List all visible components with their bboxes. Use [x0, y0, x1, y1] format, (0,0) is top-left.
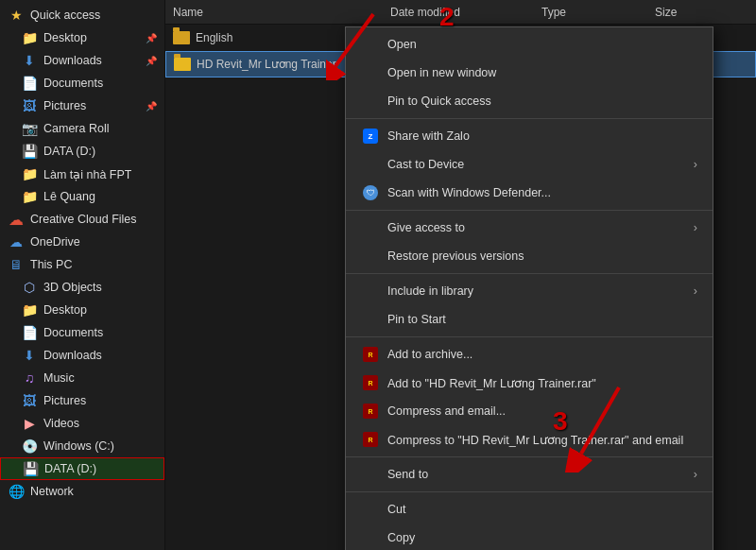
ctx-separator-5 [346, 456, 713, 457]
ctx-open-label: Open [387, 38, 417, 51]
ctx-restore-versions-label: Restore previous versions [387, 249, 524, 263]
winrar-icon2: R [361, 373, 380, 392]
sidebar-item-data-d[interactable]: 💾 DATA (D:) [0, 140, 164, 163]
pc-icon: 🖥 [8, 256, 25, 273]
ctx-give-access[interactable]: Give access to › [346, 214, 713, 242]
cast-icon [361, 155, 380, 174]
star-icon: ★ [8, 7, 25, 24]
sidebar-pictures2-label: Pictures [43, 394, 86, 407]
sidebar-item-documents2[interactable]: 📄 Documents [0, 321, 164, 344]
sidebar-item-videos[interactable]: ▶ Videos [0, 412, 164, 435]
folder-icon2: 📁 [21, 165, 38, 182]
ctx-add-rar[interactable]: R Add to "HD Revit_Mr Lương Trainer.rar" [346, 369, 713, 397]
send-to-icon [361, 465, 380, 484]
sidebar-item-creative-cloud[interactable]: ☁ Creative Cloud Files [0, 208, 164, 231]
winrar-icon3: R [361, 402, 380, 421]
pin-icon: 📌 [146, 33, 157, 43]
sidebar-downloads2-label: Downloads [43, 349, 102, 362]
sidebar-item-pictures[interactable]: 🖼 Pictures 📌 [0, 95, 164, 117]
ctx-separator-1 [346, 118, 713, 119]
label-2: 2 [439, 2, 455, 32]
sidebar-item-downloads[interactable]: ⬇ Downloads 📌 [0, 49, 164, 72]
zalo-icon: Z [361, 127, 380, 146]
winrar-icon4: R [361, 430, 380, 449]
sidebar-creative-cloud-label: Creative Cloud Files [30, 213, 137, 226]
ctx-copy[interactable]: Copy [346, 524, 713, 550]
ctx-separator-2 [346, 210, 713, 211]
sidebar-onedrive-label: OneDrive [30, 235, 80, 249]
cut-icon [361, 500, 380, 519]
sidebar-item-le-quang[interactable]: 📁 Lê Quang [0, 185, 164, 208]
col-name-header[interactable]: Name [173, 6, 390, 19]
ctx-compress-rar-email[interactable]: R Compress to "HD Revit_Mr Lương Trainer… [346, 425, 713, 454]
file-name-revit: HD Revit_Mr Lương Trainer [197, 58, 336, 71]
ctx-open-new-window-label: Open in new window [387, 66, 496, 79]
winrar-icon1: R [361, 345, 380, 364]
folder-icon: 📁 [21, 29, 38, 46]
sidebar-item-network[interactable]: 🌐 Network [0, 480, 164, 503]
sidebar-downloads-label: Downloads [43, 54, 102, 67]
ctx-send-to[interactable]: Send to › [346, 460, 713, 489]
library-arrow-icon: › [694, 284, 697, 298]
col-size-header[interactable]: Size [655, 6, 730, 19]
ctx-separator-3 [346, 273, 713, 274]
desktop-folder-icon: 📁 [21, 301, 38, 318]
sidebar-videos-label: Videos [43, 417, 79, 430]
sidebar-item-data-d2[interactable]: 💾 DATA (D:) [0, 457, 164, 480]
sidebar-music-label: Music [43, 371, 75, 385]
sidebar-item-lam-tai-nha[interactable]: 📁 Làm tại nhà FPT [0, 163, 164, 185]
sidebar-documents-label: Documents [43, 77, 103, 90]
pin-icon3: 📌 [146, 101, 157, 112]
sidebar-item-quick-access[interactable]: ★ Quick access [0, 4, 164, 26]
sidebar-windows-c-label: Windows (C:) [43, 439, 114, 453]
ctx-pin-start[interactable]: Pin to Start [346, 305, 713, 334]
ctx-give-access-label: Give access to [387, 221, 465, 234]
ctx-open[interactable]: Open [346, 30, 713, 59]
sidebar-3d-label: 3D Objects [43, 281, 102, 294]
sidebar-item-pictures2[interactable]: 🖼 Pictures [0, 389, 164, 412]
sidebar-item-this-pc[interactable]: 🖥 This PC [0, 253, 164, 276]
sidebar-item-desktop[interactable]: 📁 Desktop 📌 [0, 26, 164, 49]
sidebar-documents2-label: Documents [43, 326, 103, 339]
ctx-share-zalo[interactable]: Z Share with Zalo [346, 122, 713, 150]
sidebar-item-windows-c[interactable]: 💿 Windows (C:) [0, 435, 164, 457]
pin-quick-access-icon [361, 92, 380, 111]
ctx-compress-email-label: Compress and email... [387, 404, 506, 418]
ctx-include-library[interactable]: Include in library › [346, 277, 713, 305]
docs-icon: 📄 [21, 75, 38, 92]
sidebar-desktop2-label: Desktop [43, 303, 87, 317]
restore-icon [361, 247, 380, 266]
ctx-pin-quick-access-label: Pin to Quick access [387, 95, 491, 108]
ctx-compress-email[interactable]: R Compress and email... [346, 397, 713, 425]
open-new-window-icon [361, 63, 380, 82]
ctx-add-archive[interactable]: R Add to archive... [346, 340, 713, 369]
objects-3d-icon: ⬡ [21, 279, 38, 296]
sidebar-item-camera-roll[interactable]: 📷 Camera Roll [0, 117, 164, 140]
video-icon: ▶ [21, 415, 38, 432]
sidebar-item-music[interactable]: ♫ Music [0, 367, 164, 389]
col-date-header[interactable]: Date modified [390, 6, 541, 19]
sidebar-item-downloads2[interactable]: ⬇ Downloads [0, 344, 164, 367]
give-access-arrow-icon: › [694, 221, 697, 234]
camera-icon: 📷 [21, 120, 38, 137]
ctx-restore-versions[interactable]: Restore previous versions [346, 242, 713, 270]
sidebar: ★ Quick access 📁 Desktop 📌 ⬇ Downloads 📌… [0, 0, 165, 550]
content-area: 2 3 Name Date modified Type Size [165, 0, 756, 550]
docs-icon2: 📄 [21, 324, 38, 341]
ctx-pin-quick-access[interactable]: Pin to Quick access [346, 87, 713, 115]
ctx-cut[interactable]: Cut [346, 495, 713, 524]
music-icon: ♫ [21, 370, 38, 387]
sidebar-item-desktop2[interactable]: 📁 Desktop [0, 299, 164, 321]
col-type-header[interactable]: Type [541, 6, 655, 19]
ctx-scan-defender[interactable]: 🛡 Scan with Windows Defender... [346, 179, 713, 207]
give-access-icon [361, 218, 380, 237]
label-3: 3 [553, 406, 568, 437]
sidebar-item-3d-objects[interactable]: ⬡ 3D Objects [0, 276, 164, 299]
ctx-cast-device[interactable]: Cast to Device › [346, 150, 713, 179]
download-icon: ⬇ [21, 52, 38, 69]
sidebar-lam-tai-nha-label: Làm tại nhà FPT [43, 167, 131, 181]
sidebar-item-documents[interactable]: 📄 Documents [0, 72, 164, 95]
sidebar-item-onedrive[interactable]: ☁ OneDrive [0, 231, 164, 253]
onedrive-icon: ☁ [8, 233, 25, 250]
ctx-open-new-window[interactable]: Open in new window [346, 59, 713, 87]
